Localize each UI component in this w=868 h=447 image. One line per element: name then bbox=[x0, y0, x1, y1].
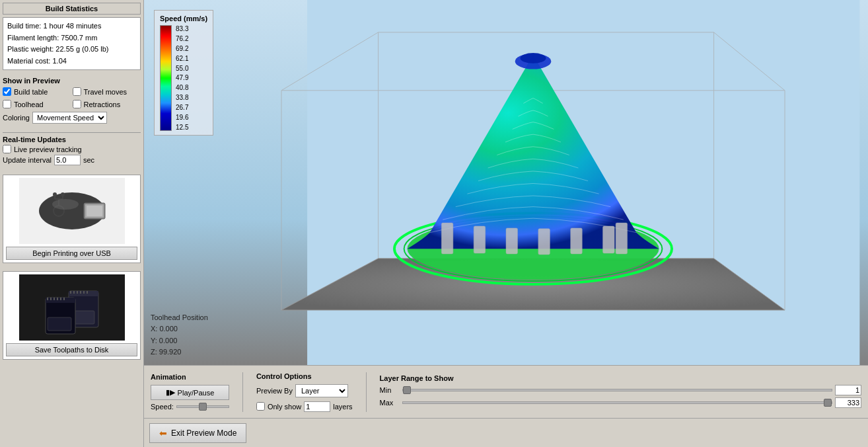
animation-group: Animation ▮▶ Play/Pause Speed: bbox=[151, 373, 229, 411]
travel-moves-row: Travel moves bbox=[73, 87, 141, 96]
toolhead-z: Z: 99.920 bbox=[151, 346, 208, 358]
bottom-controls: Animation ▮▶ Play/Pause Speed: Control O… bbox=[144, 365, 868, 418]
only-show-row: Only show layers bbox=[256, 401, 353, 412]
build-table-checkbox[interactable] bbox=[3, 87, 11, 96]
save-toolpaths-button[interactable]: Save Toolpaths to Disk bbox=[6, 343, 137, 356]
coloring-label: Coloring bbox=[3, 114, 30, 122]
preview-by-label: Preview By bbox=[256, 387, 293, 395]
stat-plastic-weight: Plastic weight: 22.55 g (0.05 lb) bbox=[7, 44, 136, 56]
play-pause-button[interactable]: ▮▶ Play/Pause bbox=[151, 385, 229, 400]
svg-rect-47 bbox=[441, 223, 453, 254]
svg-rect-3 bbox=[87, 206, 102, 216]
max-value-input[interactable] bbox=[835, 397, 861, 408]
only-show-checkbox[interactable] bbox=[256, 402, 265, 411]
update-interval-row: Update interval sec bbox=[3, 155, 141, 165]
control-options-title: Control Options bbox=[256, 372, 353, 380]
toolhead-title: Toolhead Position bbox=[151, 312, 208, 324]
sec-label: sec bbox=[83, 156, 94, 164]
3d-scene-svg bbox=[144, 0, 868, 365]
realtime-label: Real-time Updates bbox=[3, 132, 141, 143]
section-title-build-stats: Build Statistics bbox=[3, 3, 141, 15]
update-interval-input[interactable] bbox=[54, 155, 81, 165]
left-panel: Build Statistics Build time: 1 hour 48 m… bbox=[0, 0, 144, 447]
usb-print-button[interactable]: Begin Printing over USB bbox=[6, 247, 137, 260]
svg-rect-53 bbox=[616, 223, 628, 254]
exit-button-label: Exit Preview Mode bbox=[171, 428, 236, 438]
svg-point-10 bbox=[61, 192, 65, 196]
svg-rect-49 bbox=[506, 228, 518, 254]
toolhead-y: Y: 0.000 bbox=[151, 335, 208, 347]
max-slider[interactable] bbox=[402, 401, 832, 404]
retractions-label: Retractions bbox=[84, 101, 121, 108]
bottom-bar: ⬅ Exit Preview Mode bbox=[144, 418, 868, 447]
only-show-label: Only show bbox=[268, 403, 301, 411]
svg-rect-52 bbox=[603, 226, 615, 253]
only-show-input[interactable] bbox=[304, 401, 330, 412]
travel-moves-checkbox[interactable] bbox=[73, 87, 81, 96]
speed-label: Speed: bbox=[151, 403, 174, 411]
layers-label: layers bbox=[333, 403, 352, 411]
viewport-3d[interactable]: Preview Mode Speed (mm/s) 83.3 76.2 69.2… bbox=[144, 0, 868, 365]
max-label: Max bbox=[380, 399, 400, 407]
layer-range-group: Layer Range to Show Min Max bbox=[380, 374, 861, 410]
separator-2 bbox=[366, 372, 367, 412]
retractions-checkbox[interactable] bbox=[73, 100, 81, 108]
retractions-row: Retractions bbox=[73, 100, 141, 108]
build-table-row: Build table bbox=[3, 87, 71, 96]
live-preview-row: Live preview tracking bbox=[3, 145, 141, 153]
svg-point-55 bbox=[520, 53, 546, 63]
min-range-row: Min bbox=[380, 385, 861, 395]
toolhead-position: Toolhead Position X: 0.000 Y: 0.000 Z: 9… bbox=[151, 312, 208, 358]
checkbox-grid: Build table Travel moves Toolhead Retrac… bbox=[3, 86, 141, 110]
build-table-label: Build table bbox=[14, 88, 48, 96]
live-preview-checkbox[interactable] bbox=[3, 145, 11, 153]
usb-card: Begin Printing over USB bbox=[3, 175, 141, 263]
stat-material-cost: Material cost: 1.04 bbox=[7, 56, 136, 67]
svg-rect-50 bbox=[538, 229, 550, 255]
toolhead-checkbox[interactable] bbox=[3, 100, 11, 108]
live-preview-label: Live preview tracking bbox=[14, 145, 82, 153]
layer-range-title: Layer Range to Show bbox=[380, 374, 861, 382]
sd-card-icon bbox=[29, 278, 115, 337]
min-label: Min bbox=[380, 386, 400, 394]
play-pause-label: Play/Pause bbox=[178, 389, 215, 397]
separator-1 bbox=[242, 372, 243, 412]
update-interval-label: Update interval bbox=[3, 156, 52, 164]
speed-slider[interactable] bbox=[176, 405, 229, 408]
speed-row: Speed: bbox=[151, 403, 229, 411]
animation-title: Animation bbox=[151, 373, 229, 381]
travel-moves-label: Travel moves bbox=[84, 88, 127, 96]
stat-filament-length: Filament length: 7500.7 mm bbox=[7, 32, 136, 44]
sd-image bbox=[19, 274, 125, 341]
usb-plug-icon bbox=[32, 184, 112, 237]
min-slider[interactable] bbox=[402, 389, 832, 391]
min-value-input[interactable] bbox=[835, 385, 861, 395]
show-in-preview-section: Show in Preview Build table Travel moves… bbox=[3, 74, 141, 126]
realtime-updates-section: Real-time Updates Live preview tracking … bbox=[3, 130, 141, 167]
toolhead-label: Toolhead bbox=[14, 101, 44, 108]
sd-card: Save Toolpaths to Disk bbox=[3, 271, 141, 360]
exit-arrow-icon: ⬅ bbox=[159, 428, 167, 438]
exit-preview-button[interactable]: ⬅ Exit Preview Mode bbox=[149, 423, 246, 443]
toolhead-row: Toolhead bbox=[3, 100, 71, 108]
play-icon: ▮▶ bbox=[166, 388, 175, 397]
svg-rect-51 bbox=[571, 228, 583, 254]
stat-build-time: Build time: 1 hour 48 minutes bbox=[7, 20, 136, 32]
toolhead-x: X: 0.000 bbox=[151, 323, 208, 335]
stats-box: Build time: 1 hour 48 minutes Filament l… bbox=[3, 17, 141, 70]
preview-by-row: Preview By Layer Time Feature bbox=[256, 384, 353, 397]
svg-point-11 bbox=[52, 199, 79, 210]
max-range-row: Max bbox=[380, 397, 861, 408]
build-statistics-section: Build Statistics Build time: 1 hour 48 m… bbox=[3, 3, 141, 70]
control-options-group: Control Options Preview By Layer Time Fe… bbox=[256, 372, 353, 412]
show-in-preview-label: Show in Preview bbox=[3, 77, 141, 85]
svg-rect-29 bbox=[48, 317, 71, 331]
viewport-area: Preview Mode Speed (mm/s) 83.3 76.2 69.2… bbox=[144, 0, 868, 447]
svg-point-9 bbox=[53, 192, 57, 196]
coloring-select[interactable]: Movement Speed Feature Type Layer bbox=[32, 112, 107, 124]
svg-rect-48 bbox=[474, 226, 486, 253]
preview-by-select[interactable]: Layer Time Feature bbox=[295, 384, 348, 397]
coloring-row: Coloring Movement Speed Feature Type Lay… bbox=[3, 112, 141, 124]
usb-image bbox=[19, 178, 125, 244]
